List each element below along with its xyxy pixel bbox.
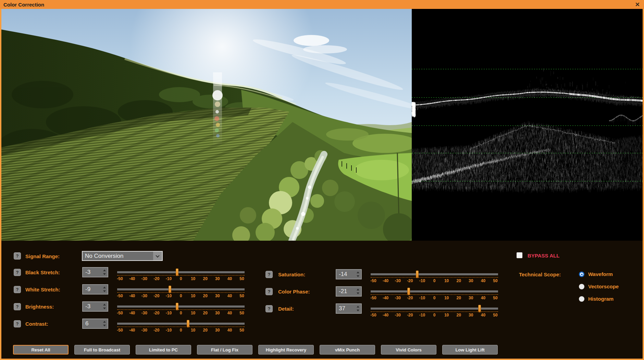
help-button-detail[interactable]: ? bbox=[265, 305, 273, 312]
contrast-tick--50: -50 bbox=[117, 328, 123, 333]
color-correction-window: Color Correction ✕ bbox=[0, 0, 644, 360]
brightness-spin-down-icon[interactable] bbox=[103, 308, 106, 309]
color-phase-slider-track[interactable] bbox=[371, 290, 498, 292]
reset-all-button[interactable]: Reset All bbox=[13, 345, 69, 355]
signal-range-select[interactable]: No Conversion bbox=[82, 251, 163, 261]
detail-tick-50: 50 bbox=[493, 313, 497, 317]
brightness-tick--30: -30 bbox=[141, 311, 147, 315]
white-stretch-spin-down-icon[interactable] bbox=[103, 290, 106, 292]
black-stretch-value-box[interactable]: -3 bbox=[82, 267, 108, 277]
flat-log-fix-button[interactable]: Flat / Log Fix bbox=[197, 345, 252, 355]
window-title: Color Correction bbox=[3, 2, 44, 8]
contrast-slider-track[interactable] bbox=[117, 323, 245, 325]
color-phase-tick-40: 40 bbox=[481, 296, 485, 300]
black-stretch-tick--30: -30 bbox=[141, 276, 147, 281]
detail-tick--20: -20 bbox=[407, 313, 413, 317]
radio-label-histogram[interactable]: Histogram bbox=[588, 296, 614, 302]
dropdown-arrow-icon[interactable] bbox=[153, 252, 162, 260]
black-stretch-spin-up-icon[interactable] bbox=[103, 269, 106, 271]
detail-tick-20: 20 bbox=[457, 313, 461, 317]
saturation-slider-track[interactable] bbox=[371, 273, 498, 275]
contrast-tick-0: 0 bbox=[180, 328, 182, 333]
detail-tick--40: -40 bbox=[383, 313, 388, 317]
black-stretch-tick--10: -10 bbox=[166, 276, 172, 281]
black-stretch-slider-track[interactable] bbox=[117, 271, 245, 273]
highlight-recovery-button[interactable]: Highlight Recovery bbox=[258, 345, 314, 355]
contrast-tick--40: -40 bbox=[129, 328, 135, 333]
white-stretch-tick-0: 0 bbox=[180, 293, 182, 298]
help-button-signal-range[interactable]: ? bbox=[14, 252, 21, 260]
color-phase-tick--40: -40 bbox=[383, 296, 388, 300]
color-phase-tick--20: -20 bbox=[407, 296, 413, 300]
vivid-colors-button[interactable]: Vivid Colors bbox=[381, 345, 436, 355]
bypass-all-checkbox[interactable] bbox=[517, 252, 522, 258]
color-phase-tick--30: -30 bbox=[395, 296, 401, 300]
radio-label-vectorscope[interactable]: Vectorscope bbox=[588, 284, 619, 289]
contrast-spin-up-icon[interactable] bbox=[103, 321, 106, 323]
brightness-tick-20: 20 bbox=[203, 311, 208, 315]
help-button-color-phase[interactable]: ? bbox=[265, 288, 273, 295]
color-phase-label: Color Phase: bbox=[278, 289, 310, 295]
color-phase-tick-20: 20 bbox=[457, 296, 461, 300]
white-stretch-tick-20: 20 bbox=[203, 293, 208, 298]
full-to-broadcast-button[interactable]: Full to Broadcast bbox=[74, 345, 130, 355]
saturation-spin-down-icon[interactable] bbox=[357, 275, 359, 277]
brightness-tick-50: 50 bbox=[239, 311, 244, 315]
detail-tick--50: -50 bbox=[370, 313, 376, 317]
detail-tick--10: -10 bbox=[419, 313, 425, 317]
vmix-punch-button[interactable]: vMix Punch bbox=[320, 345, 375, 355]
brightness-slider-dotted-line bbox=[117, 309, 245, 310]
saturation-value: -14 bbox=[336, 271, 355, 278]
color-phase-tick--10: -10 bbox=[419, 296, 425, 300]
color-phase-spin-down-icon[interactable] bbox=[357, 292, 359, 294]
color-phase-value-box[interactable]: -21 bbox=[336, 286, 362, 297]
help-button-black-stretch[interactable]: ? bbox=[14, 269, 21, 276]
saturation-spin-up-icon[interactable] bbox=[357, 272, 359, 273]
limited-to-pc-button[interactable]: Limited to PC bbox=[136, 345, 191, 355]
detail-tick--30: -30 bbox=[395, 313, 401, 317]
black-stretch-tick--20: -20 bbox=[153, 276, 159, 281]
brightness-tick-40: 40 bbox=[227, 311, 232, 315]
brightness-value-box[interactable]: -3 bbox=[82, 301, 108, 312]
brightness-tick--10: -10 bbox=[166, 311, 172, 315]
contrast-tick--30: -30 bbox=[141, 328, 147, 333]
help-button-white-stretch[interactable]: ? bbox=[14, 286, 21, 293]
help-button-saturation[interactable]: ? bbox=[265, 271, 273, 278]
brightness-tick-30: 30 bbox=[215, 311, 220, 315]
white-stretch-value-box[interactable]: -9 bbox=[82, 284, 108, 295]
radio-label-waveform[interactable]: Waveform bbox=[588, 271, 613, 277]
radio-waveform[interactable] bbox=[579, 272, 584, 277]
detail-spin-up-icon[interactable] bbox=[357, 306, 359, 308]
black-stretch-tick-10: 10 bbox=[191, 276, 195, 281]
saturation-tick--30: -30 bbox=[395, 278, 401, 283]
brightness-tick-0: 0 bbox=[180, 311, 182, 315]
brightness-tick-10: 10 bbox=[191, 311, 195, 315]
radio-histogram[interactable] bbox=[579, 296, 584, 302]
brightness-spin-up-icon[interactable] bbox=[103, 304, 106, 305]
contrast-spin-down-icon[interactable] bbox=[103, 325, 106, 326]
detail-slider: -50-40-30-20-1001020304050 bbox=[371, 300, 498, 317]
color-phase-tick-50: 50 bbox=[493, 296, 497, 300]
contrast-tick--20: -20 bbox=[153, 328, 159, 333]
detail-tick-10: 10 bbox=[444, 313, 449, 317]
help-button-brightness[interactable]: ? bbox=[14, 303, 21, 310]
brightness-label: Brightness: bbox=[25, 304, 54, 310]
saturation-tick--50: -50 bbox=[370, 278, 376, 283]
brightness-slider: -50-40-30-20-1001020304050 bbox=[117, 298, 245, 315]
titlebar[interactable]: Color Correction ✕ bbox=[0, 0, 644, 9]
radio-vectorscope[interactable] bbox=[579, 284, 584, 289]
black-stretch-spin-down-icon[interactable] bbox=[103, 273, 106, 275]
contrast-value-box[interactable]: 6 bbox=[82, 319, 108, 329]
brightness-slider-track[interactable] bbox=[117, 305, 245, 308]
black-stretch-tick-0: 0 bbox=[180, 276, 182, 281]
white-stretch-slider-track[interactable] bbox=[117, 288, 245, 290]
color-phase-spin-up-icon[interactable] bbox=[357, 289, 359, 290]
low-light-lift-button[interactable]: Low Light Lift bbox=[442, 345, 498, 355]
saturation-value-box[interactable]: -14 bbox=[336, 269, 362, 279]
detail-value-box[interactable]: 37 bbox=[336, 303, 362, 314]
detail-spin-down-icon[interactable] bbox=[357, 310, 359, 311]
close-icon[interactable]: ✕ bbox=[635, 2, 640, 8]
help-button-contrast[interactable]: ? bbox=[14, 320, 21, 327]
contrast-tick-50: 50 bbox=[239, 328, 244, 333]
white-stretch-spin-up-icon[interactable] bbox=[103, 287, 106, 288]
